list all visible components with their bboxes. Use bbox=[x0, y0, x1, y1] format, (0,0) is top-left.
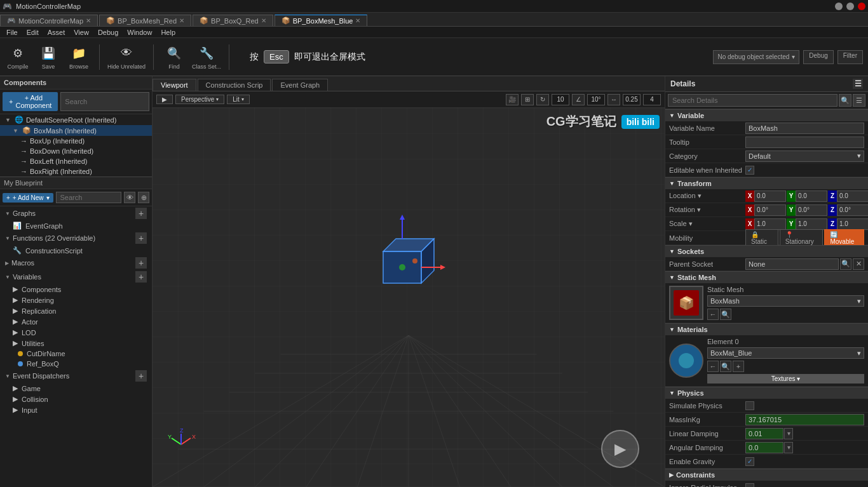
details-search-input[interactable] bbox=[668, 94, 837, 107]
location-y-field[interactable] bbox=[796, 190, 827, 202]
mass-input[interactable] bbox=[745, 414, 864, 425]
stationary-mobility-button[interactable]: 📍 Stationary bbox=[780, 229, 824, 247]
filter-button[interactable]: Filter bbox=[837, 50, 863, 64]
variables-section[interactable]: ▼ Variables + bbox=[0, 270, 152, 284]
rotation-z-field[interactable] bbox=[837, 204, 868, 216]
menu-help[interactable]: Help bbox=[157, 28, 179, 37]
enable-gravity-checkbox[interactable] bbox=[745, 457, 754, 466]
tree-item-defaultsceneroot[interactable]: ▼ 🌐 DefaultSceneRoot (Inherited) bbox=[0, 114, 152, 125]
actor-sub[interactable]: ▶ Actor bbox=[0, 316, 152, 327]
rotation-snap-btn[interactable]: ↻ bbox=[536, 94, 549, 105]
angular-damping-arrow[interactable]: ▾ bbox=[784, 442, 793, 453]
input-item[interactable]: ▶ Input bbox=[0, 404, 152, 415]
material-search-btn[interactable]: 🔍 bbox=[720, 361, 731, 372]
variable-section-header[interactable]: ▼ Variable bbox=[665, 109, 868, 121]
tab-construction-script[interactable]: Construction Scrip bbox=[198, 79, 271, 91]
components-sub[interactable]: ▶ Components bbox=[0, 284, 152, 295]
game-item[interactable]: ▶ Game bbox=[0, 383, 152, 394]
variable-name-input[interactable] bbox=[745, 123, 864, 134]
scale-btn[interactable]: ↔ bbox=[607, 94, 620, 105]
mesh-arrow-btn[interactable]: ← bbox=[707, 309, 719, 320]
transform-section-header[interactable]: ▼ Transform bbox=[665, 177, 868, 189]
menu-debug[interactable]: Debug bbox=[94, 28, 122, 37]
menu-edit[interactable]: Edit bbox=[23, 28, 43, 37]
maximize-btn[interactable] bbox=[846, 3, 854, 10]
lit-btn[interactable]: Lit ▾ bbox=[227, 95, 250, 104]
macros-section[interactable]: ▶ Macros + bbox=[0, 256, 152, 270]
tree-item-boxleft[interactable]: → BoxLeft (Inherited) bbox=[0, 156, 152, 166]
details-settings-icon[interactable]: ☰ bbox=[853, 94, 865, 107]
save-button[interactable]: 💾 Save bbox=[36, 44, 61, 70]
socket-search-button[interactable]: 🔍 bbox=[840, 258, 851, 270]
static-mobility-button[interactable]: 🔒 Static bbox=[745, 229, 778, 247]
tab-event-graph[interactable]: Event Graph bbox=[272, 79, 328, 91]
debug-button[interactable]: Debug bbox=[803, 50, 833, 64]
rotation-x-field[interactable] bbox=[754, 204, 786, 216]
tree-item-boxmash[interactable]: ▼ 📦 BoxMash (Inherited) bbox=[0, 125, 152, 136]
grid-btn[interactable]: ⊞ bbox=[521, 94, 534, 105]
utilities-sub[interactable]: ▶ Utilities bbox=[0, 338, 152, 349]
ref-boxq-item[interactable]: Ref_BoxQ bbox=[0, 359, 152, 369]
scale-y-field[interactable] bbox=[796, 218, 827, 230]
class-settings-button[interactable]: 🔧 Class Set... bbox=[192, 44, 221, 70]
category-dropdown[interactable]: Default ▾ bbox=[745, 150, 864, 162]
variables-add-button[interactable]: + bbox=[135, 271, 147, 283]
blueprint-search-input[interactable] bbox=[56, 192, 122, 203]
menu-window[interactable]: Window bbox=[123, 28, 156, 37]
eye-icon[interactable]: 👁 bbox=[124, 192, 135, 203]
lod-sub[interactable]: ▶ LOD bbox=[0, 327, 152, 338]
parent-socket-input[interactable] bbox=[745, 258, 839, 270]
tab-bp-boxmesh-blue[interactable]: 📦 BP_BoxMesh_Blue ✕ bbox=[275, 15, 368, 26]
viewport-3d[interactable]: X Y Z CG学习笔记 bili bili ▶ bbox=[153, 108, 665, 487]
simulate-physics-checkbox[interactable] bbox=[745, 401, 754, 410]
menu-asset[interactable]: Asset bbox=[44, 28, 69, 37]
tooltip-input[interactable] bbox=[745, 137, 864, 148]
compile-button[interactable]: ⚙ Compile bbox=[5, 44, 31, 70]
linear-damping-arrow[interactable]: ▾ bbox=[784, 428, 793, 439]
location-z-field[interactable] bbox=[837, 190, 868, 202]
static-mesh-section-header[interactable]: ▼ Static Mesh bbox=[665, 271, 868, 283]
tab-viewport[interactable]: Viewport bbox=[153, 79, 196, 91]
sockets-section-header[interactable]: ▼ Sockets bbox=[665, 245, 868, 257]
editable-checkbox[interactable] bbox=[745, 166, 754, 175]
hide-unrelated-button[interactable]: 👁 Hide Unrelated bbox=[107, 44, 146, 70]
material-dropdown[interactable]: BoxMat_Blue ▾ bbox=[707, 347, 864, 359]
scale-x-field[interactable] bbox=[754, 218, 786, 230]
functions-add-button[interactable]: + bbox=[135, 232, 147, 244]
functions-section[interactable]: ▼ Functions (22 Overridable) + bbox=[0, 231, 152, 245]
dispatchers-add-button[interactable]: + bbox=[135, 370, 147, 382]
collision-item[interactable]: ▶ Collision bbox=[0, 394, 152, 404]
menu-view[interactable]: View bbox=[70, 28, 93, 37]
material-arrow-btn[interactable]: ← bbox=[707, 361, 719, 372]
tab-bp-boxq-red[interactable]: 📦 BP_BoxQ_Red ✕ bbox=[193, 15, 273, 26]
event-dispatchers-section[interactable]: ▼ Event Dispatchers + bbox=[0, 369, 152, 383]
tab-motioncontrollermap[interactable]: 🎮 MotionControllerMap ✕ bbox=[0, 15, 98, 26]
angular-damping-input[interactable] bbox=[745, 442, 783, 453]
tab-bp-boxmesh-red[interactable]: 📦 BP_BoxMesh_Red ✕ bbox=[99, 15, 191, 26]
tree-item-boxup[interactable]: → BoxUp (Inherited) bbox=[0, 136, 152, 146]
socket-clear-button[interactable]: ✕ bbox=[853, 258, 864, 270]
static-mesh-dropdown[interactable]: BoxMash ▾ bbox=[707, 295, 864, 307]
mesh-search-btn[interactable]: 🔍 bbox=[720, 309, 731, 320]
graphs-add-button[interactable]: + bbox=[135, 208, 147, 219]
minimize-btn[interactable] bbox=[835, 3, 843, 10]
browse-button[interactable]: 📁 Browse bbox=[66, 44, 92, 70]
scale-z-field[interactable] bbox=[837, 218, 868, 230]
options-icon[interactable]: ⊕ bbox=[138, 192, 149, 203]
construction-script-item[interactable]: 🔧 ConstructionScript bbox=[0, 245, 152, 256]
components-search-input[interactable] bbox=[60, 92, 149, 111]
material-plus-btn[interactable]: + bbox=[733, 361, 744, 372]
constraints-section-header[interactable]: ▶ Constraints bbox=[665, 469, 868, 481]
movable-mobility-button[interactable]: 🔄 Movable bbox=[824, 229, 864, 247]
tree-item-boxright[interactable]: → BoxRight (Inherited) bbox=[0, 166, 152, 177]
macros-add-button[interactable]: + bbox=[135, 257, 147, 269]
realtime-toggle[interactable]: ▶ bbox=[156, 95, 173, 104]
cutdirname-item[interactable]: CutDirName bbox=[0, 349, 152, 359]
tree-item-boxdown[interactable]: → BoxDown (Inherited) bbox=[0, 146, 152, 156]
menu-file[interactable]: File bbox=[3, 28, 22, 37]
details-header-btn[interactable]: ☰ bbox=[853, 79, 863, 89]
graphs-section[interactable]: ▼ Graphs + bbox=[0, 206, 152, 220]
event-graph-item[interactable]: 📊 EventGraph bbox=[0, 220, 152, 231]
physics-section-header[interactable]: ▼ Physics bbox=[665, 387, 868, 399]
angle-btn[interactable]: ∠ bbox=[572, 94, 585, 105]
